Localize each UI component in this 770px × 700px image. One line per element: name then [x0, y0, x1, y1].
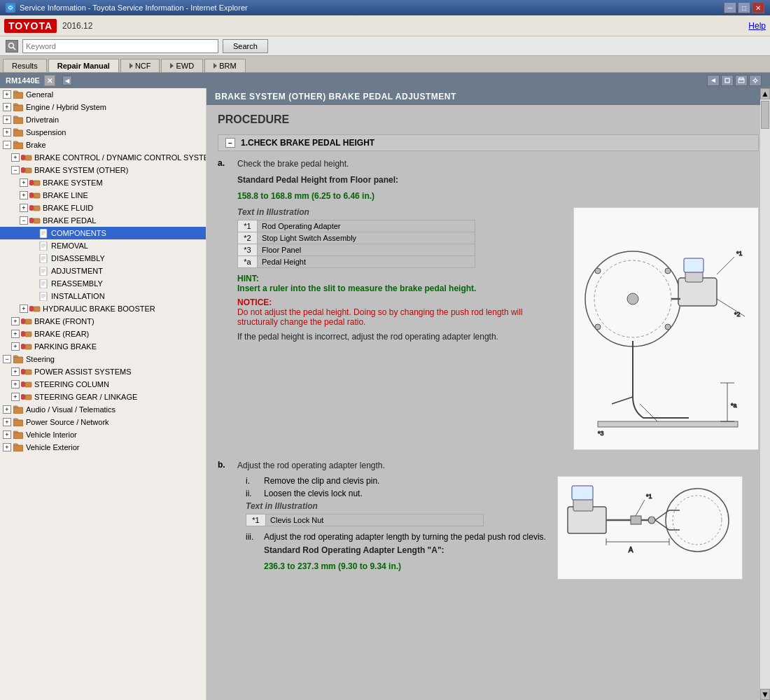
sidebar-label-components: COMPONENTS: [51, 229, 106, 237]
ewd-arrow-icon: [170, 63, 174, 69]
expand-btn-parking-brake[interactable]: +: [11, 342, 20, 351]
sidebar-item-adjustment[interactable]: ADJUSTMENT: [0, 265, 206, 277]
expand-btn-suspension[interactable]: +: [3, 128, 11, 136]
sub-ii-label: ii.: [246, 489, 260, 498]
scroll-up-button[interactable]: ▲: [760, 88, 770, 99]
expand-btn-engine[interactable]: +: [3, 103, 11, 111]
svg-rect-61: [13, 357, 23, 363]
expand-btn-brake-front[interactable]: +: [11, 317, 20, 326]
expand-btn-audio[interactable]: +: [3, 405, 11, 414]
expand-btn-brake-system[interactable]: −: [11, 166, 20, 174]
sidebar-item-brake-control[interactable]: + BRAKE CONTROL / DYNAMIC CONTROL SYSTEM…: [0, 151, 206, 164]
sidebar-item-installation[interactable]: INSTALLATION: [0, 290, 206, 302]
table-desc: Rod Operating Adapter: [258, 220, 475, 232]
search-button[interactable]: Search: [223, 39, 268, 53]
tree-icon-steering: [13, 354, 24, 364]
sidebar-item-brake-front[interactable]: + BRAKE (FRONT): [0, 315, 206, 328]
expand-btn-interior[interactable]: +: [3, 430, 11, 439]
sidebar-item-brake-rear[interactable]: + BRAKE (REAR): [0, 328, 206, 340]
title-bar: Service Information - Toyota Service Inf…: [0, 0, 770, 15]
expand-btn-brake-system-sub[interactable]: +: [20, 178, 28, 187]
expand-btn-brake-line[interactable]: +: [20, 191, 28, 200]
sidebar-item-power-assist[interactable]: + POWER ASSIST SYSTEMS: [0, 365, 206, 378]
svg-rect-68: [13, 407, 23, 414]
step-b: b. Adjust the rod operating adapter leng…: [218, 460, 759, 579]
sidebar-item-hydraulic[interactable]: + HYDRAULIC BRAKE BOOSTER: [0, 302, 206, 315]
sidebar-item-brake-pedal[interactable]: − BRAKE PEDAL: [0, 214, 206, 227]
expand-btn-brake-pedal[interactable]: −: [20, 216, 28, 225]
sidebar-item-components[interactable]: COMPONENTS: [0, 227, 206, 239]
section-collapse-btn[interactable]: −: [225, 138, 235, 148]
sidebar-item-brake-fluid[interactable]: + BRAKE FLUID: [0, 202, 206, 214]
tab-brm[interactable]: BRM: [204, 59, 245, 72]
tab-results[interactable]: Results: [3, 59, 47, 72]
tree-icon-brake-pedal: [29, 216, 41, 225]
sidebar-item-brake-system[interactable]: − BRAKE SYSTEM (OTHER): [0, 164, 206, 176]
sidebar-item-reassembly[interactable]: REASSEMBLY: [0, 277, 206, 290]
notice-text: Do not adjust the pedal height. Doing so…: [237, 307, 523, 327]
search-input[interactable]: [22, 39, 218, 53]
minimize-button[interactable]: ─: [724, 2, 736, 13]
sidebar-label-steering-column: STEERING COLUMN: [34, 380, 109, 388]
sidebar-item-engine[interactable]: + Engine / Hybrid System: [0, 101, 206, 113]
rm-collapse-button[interactable]: ◄: [62, 76, 72, 85]
sidebar-item-parking-brake[interactable]: + PARKING BRAKE: [0, 340, 206, 353]
sidebar-item-drivetrain[interactable]: + Drivetrain: [0, 113, 206, 126]
expand-btn-power-assist[interactable]: +: [11, 368, 20, 376]
svg-rect-33: [40, 241, 47, 251]
svg-rect-60: [25, 344, 31, 349]
expand-btn-steering[interactable]: −: [3, 355, 11, 363]
print-button[interactable]: [735, 75, 748, 86]
sidebar-item-general[interactable]: + General: [0, 88, 206, 101]
expand-btn-exterior[interactable]: +: [3, 443, 11, 451]
tab-repair-manual[interactable]: Repair Manual: [48, 59, 119, 72]
tree-icon-parking-brake: [21, 342, 32, 351]
sidebar-item-power[interactable]: + Power Source / Network: [0, 416, 206, 428]
svg-rect-29: [40, 229, 47, 238]
sidebar-item-steering-column[interactable]: + STEERING COLUMN: [0, 378, 206, 391]
restore-button[interactable]: □: [738, 2, 750, 13]
expand-btn-steering-gear[interactable]: +: [11, 393, 20, 401]
settings-button[interactable]: [749, 75, 762, 86]
sidebar-label-suspension: Suspension: [26, 128, 66, 136]
nav-prev-button[interactable]: [707, 75, 720, 86]
expand-btn-brake-fluid[interactable]: +: [20, 204, 28, 212]
svg-rect-67: [25, 395, 31, 400]
svg-rect-26: [34, 206, 40, 211]
sidebar-item-brake-line[interactable]: + BRAKE LINE: [0, 189, 206, 202]
tab-ncf[interactable]: NCF: [120, 59, 160, 72]
expand-btn-brake-rear[interactable]: +: [11, 330, 20, 338]
sidebar-item-interior[interactable]: + Vehicle Interior: [0, 428, 206, 441]
svg-line-77: [717, 257, 734, 274]
tab-ewd[interactable]: EWD: [161, 59, 203, 72]
table-ref: *1: [238, 220, 258, 232]
expand-btn-hydraulic[interactable]: +: [20, 304, 28, 313]
sidebar-item-exterior[interactable]: + Vehicle Exterior: [0, 441, 206, 454]
scroll-thumb[interactable]: [761, 101, 769, 129]
sidebar-item-steering-gear[interactable]: + STEERING GEAR / LINKAGE: [0, 391, 206, 403]
help-link[interactable]: Help: [748, 21, 766, 31]
sidebar-item-removal[interactable]: REMOVAL: [0, 239, 206, 252]
sidebar-item-disassembly[interactable]: DISASSEMBLY: [0, 252, 206, 265]
rm-close-button[interactable]: ✕: [44, 75, 55, 86]
tree-icon-brake-front: [21, 316, 32, 326]
nav-restore-button[interactable]: [721, 75, 734, 86]
expand-btn-power[interactable]: +: [3, 418, 11, 426]
sidebar-label-brake-line: BRAKE LINE: [43, 191, 88, 200]
hint-text: Insert a ruler into the slit to measure …: [237, 284, 476, 293]
tree-icon-drivetrain: [13, 115, 24, 125]
expand-btn-brake[interactable]: −: [3, 141, 11, 149]
sidebar-item-brake[interactable]: − Brake: [0, 139, 206, 151]
tree-icon-adjustment: [38, 266, 49, 276]
scroll-down-button[interactable]: ▼: [760, 689, 770, 700]
expand-btn-brake-control[interactable]: +: [11, 153, 20, 162]
sidebar-item-audio[interactable]: + Audio / Visual / Telematics: [0, 403, 206, 416]
svg-line-105: [636, 500, 645, 516]
expand-btn-drivetrain[interactable]: +: [3, 115, 11, 124]
expand-btn-general[interactable]: +: [3, 90, 11, 99]
expand-btn-steering-column[interactable]: +: [11, 380, 20, 388]
sidebar-item-suspension[interactable]: + Suspension: [0, 126, 206, 139]
sidebar-item-steering[interactable]: − Steering: [0, 353, 206, 365]
sidebar-item-brake-system-sub[interactable]: + BRAKE SYSTEM: [0, 176, 206, 189]
close-button[interactable]: ✕: [752, 2, 764, 13]
